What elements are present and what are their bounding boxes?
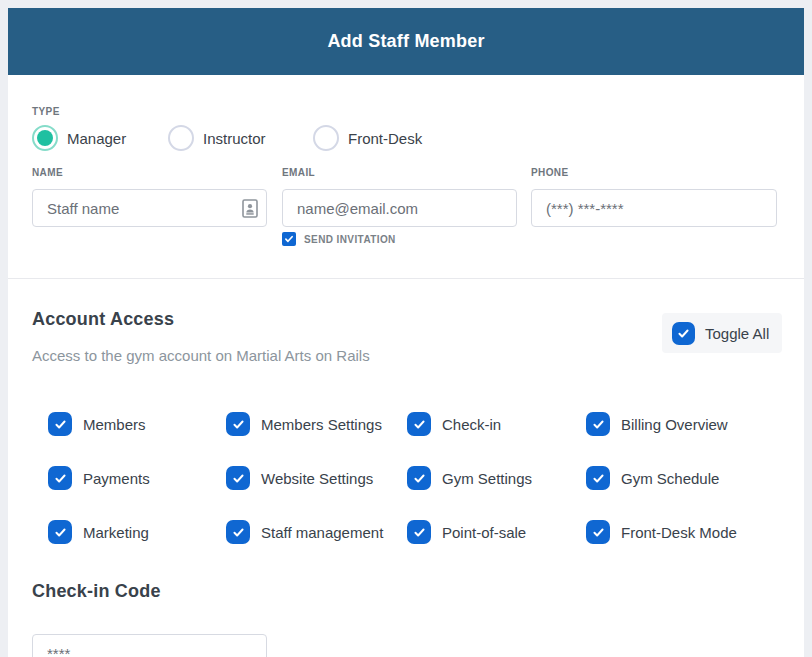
type-radio-group: Manager Instructor Front-Desk bbox=[8, 125, 804, 155]
send-invitation-checkbox-row[interactable]: SEND INVITATION bbox=[282, 232, 396, 246]
email-field-wrap bbox=[282, 189, 517, 227]
permission-item[interactable]: Gym Settings bbox=[407, 466, 586, 490]
checkbox-checked-icon[interactable] bbox=[407, 466, 431, 490]
account-access-subtitle: Access to the gym account on Martial Art… bbox=[32, 347, 370, 364]
checkbox-checked-icon[interactable] bbox=[672, 322, 695, 345]
section-divider bbox=[8, 278, 804, 279]
name-field-wrap bbox=[32, 189, 267, 227]
permission-item[interactable]: Members bbox=[48, 412, 226, 436]
radio-icon[interactable] bbox=[313, 125, 339, 151]
form-card: TYPE Manager Instructor Front-Desk NAME … bbox=[8, 75, 804, 657]
type-radio-front-desk[interactable]: Front-Desk bbox=[313, 125, 422, 151]
name-input[interactable] bbox=[32, 189, 267, 227]
email-label: EMAIL bbox=[282, 167, 315, 178]
permission-item[interactable]: Staff management bbox=[226, 520, 407, 544]
account-access-title: Account Access bbox=[32, 309, 174, 330]
checkbox-checked-icon[interactable] bbox=[586, 412, 610, 436]
phone-label: PHONE bbox=[531, 167, 569, 178]
toggle-all-label: Toggle All bbox=[705, 325, 769, 342]
checkbox-checked-icon[interactable] bbox=[586, 466, 610, 490]
checkin-code-title: Check-in Code bbox=[32, 581, 161, 602]
checkin-code-input[interactable] bbox=[32, 634, 267, 657]
permission-item[interactable]: Check-in bbox=[407, 412, 586, 436]
name-label: NAME bbox=[32, 167, 63, 178]
checkbox-checked-icon[interactable] bbox=[226, 412, 250, 436]
permission-item[interactable]: Billing Overview bbox=[586, 412, 788, 436]
email-input[interactable] bbox=[282, 189, 517, 227]
permission-item[interactable]: Front-Desk Mode bbox=[586, 520, 788, 544]
permission-item[interactable]: Point-of-sale bbox=[407, 520, 586, 544]
radio-icon[interactable] bbox=[32, 125, 58, 151]
radio-icon[interactable] bbox=[168, 125, 194, 151]
type-label: TYPE bbox=[32, 106, 60, 117]
permission-item[interactable]: Marketing bbox=[48, 520, 226, 544]
checkbox-checked-icon[interactable] bbox=[226, 520, 250, 544]
page-title: Add Staff Member bbox=[327, 31, 484, 52]
checkbox-checked-icon[interactable] bbox=[48, 520, 72, 544]
permissions-grid: Members Members Settings Check-in Billin… bbox=[48, 412, 788, 544]
checkbox-checked-icon[interactable] bbox=[282, 232, 296, 246]
permission-item[interactable]: Members Settings bbox=[226, 412, 407, 436]
send-invitation-label: SEND INVITATION bbox=[304, 234, 396, 245]
dialog-header: Add Staff Member bbox=[8, 8, 804, 75]
toggle-all-control[interactable]: Toggle All bbox=[662, 313, 782, 353]
checkin-code-field-wrap bbox=[32, 634, 267, 657]
permission-item[interactable]: Website Settings bbox=[226, 466, 407, 490]
permission-item[interactable]: Payments bbox=[48, 466, 226, 490]
phone-field-wrap bbox=[531, 189, 777, 227]
permission-item[interactable]: Gym Schedule bbox=[586, 466, 788, 490]
checkbox-checked-icon[interactable] bbox=[48, 412, 72, 436]
checkbox-checked-icon[interactable] bbox=[226, 466, 250, 490]
phone-input[interactable] bbox=[531, 189, 777, 227]
checkbox-checked-icon[interactable] bbox=[586, 520, 610, 544]
checkbox-checked-icon[interactable] bbox=[48, 466, 72, 490]
type-radio-instructor[interactable]: Instructor bbox=[168, 125, 266, 151]
checkbox-checked-icon[interactable] bbox=[407, 412, 431, 436]
checkbox-checked-icon[interactable] bbox=[407, 520, 431, 544]
type-radio-manager[interactable]: Manager bbox=[32, 125, 126, 151]
